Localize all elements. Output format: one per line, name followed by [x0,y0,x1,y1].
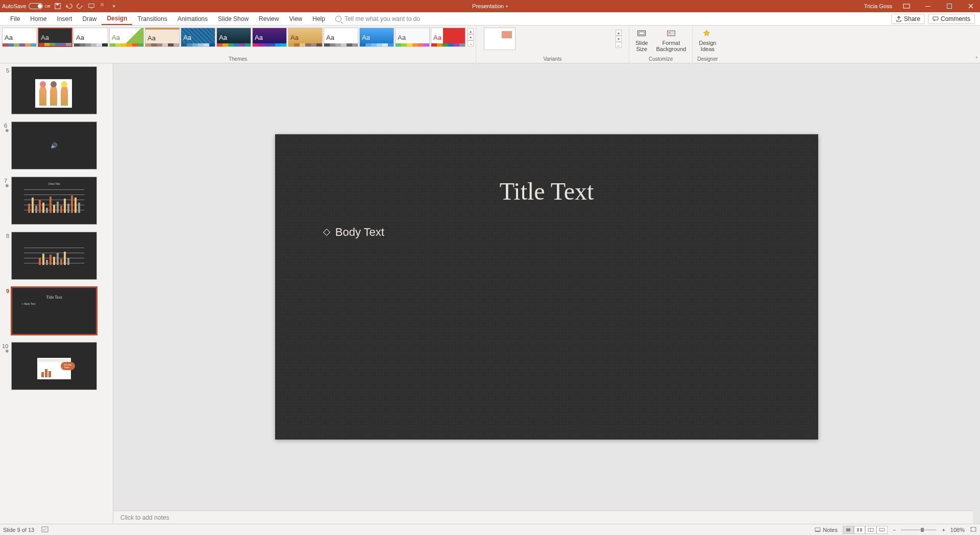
audio-icon: 🔊 [51,142,58,149]
gallery-down-icon[interactable]: ▾ [616,36,622,42]
undo-icon[interactable] [65,3,72,10]
slide-thumbnail-9[interactable]: Title Text ◇ Body Text [11,287,97,335]
theme-tile-4[interactable]: Aa [109,28,144,47]
maximize-button[interactable] [942,0,957,12]
autosave-label: AutoSave [2,3,27,9]
notes-pane[interactable]: Click to add notes [113,510,980,524]
autosave-toggle[interactable]: AutoSave Off [2,3,50,9]
slide-thumbnail-5[interactable] [11,66,97,114]
gallery-down-icon[interactable]: ▾ [468,34,474,40]
document-title[interactable]: Presentation [472,3,504,9]
theme-tile-1[interactable]: Aa [2,28,37,47]
tell-me-search[interactable]: Tell me what you want to do [335,15,420,22]
autosave-state: Off [45,4,51,9]
zoom-slider[interactable] [901,529,937,530]
theme-aa: Aa [219,34,227,41]
vertical-scrollbar[interactable] [973,63,980,524]
slide-thumbnail-panel[interactable]: 5 6 ✱ 🔊 7 ✱ [0,63,113,524]
tab-insert[interactable]: Insert [52,12,77,25]
tab-review[interactable]: Review [254,12,284,25]
slide-size-label: Slide Size [635,40,648,52]
start-from-beginning-icon[interactable] [88,3,95,10]
theme-tile-8[interactable]: Aa [252,28,287,47]
theme-tile-9[interactable]: Aa [288,28,323,47]
svg-rect-21 [870,528,871,531]
slide-title-placeholder[interactable]: Title Text [275,177,818,205]
user-name[interactable]: Tricia Goss [864,3,892,9]
theme-tile-7[interactable]: Aa [216,28,251,47]
spellcheck-icon[interactable] [41,526,48,533]
tab-view[interactable]: View [284,12,307,25]
slide-canvas[interactable]: Title Text Body Text [275,134,818,440]
qat-more-icon[interactable]: ▾ [110,3,117,10]
theme-tile-5[interactable]: Aa [145,28,180,47]
tab-help[interactable]: Help [307,12,330,25]
format-background-button[interactable]: Format Background [652,28,690,53]
comments-button[interactable]: Comments [928,14,975,24]
zoom-in-button[interactable]: + [942,527,945,533]
zoom-level[interactable]: 108% [950,527,965,533]
theme-aa: Aa [362,34,370,41]
theme-aa: Aa [112,34,120,41]
svg-rect-10 [667,31,675,36]
svg-rect-2 [89,4,94,8]
slide-sorter-view-button[interactable] [854,526,865,534]
slide-position[interactable]: Slide 9 of 13 [3,527,34,533]
slide-thumbnail-6[interactable]: 🔊 [11,121,97,169]
design-ideas-button[interactable]: Design Ideas [695,28,720,53]
themes-gallery-scroll[interactable]: ▴ ▾ ⌄ [468,28,474,46]
customize-group-label: Customize [649,56,673,63]
close-button[interactable] [964,0,978,12]
gallery-more-icon[interactable]: ⌄ [468,40,474,46]
gallery-more-icon[interactable]: ⌄ [616,42,622,48]
ribbon-display-options-icon[interactable] [899,0,914,12]
search-icon [335,16,341,22]
theme-tile-6[interactable]: Aa [181,28,215,47]
variant-tile-1[interactable] [484,28,516,50]
tab-home[interactable]: Home [25,12,52,25]
tab-slideshow[interactable]: Slide Show [213,12,254,25]
tab-design[interactable]: Design [102,12,132,25]
theme-tile-3[interactable]: Aa [74,28,108,47]
save-icon[interactable] [54,3,61,10]
tab-animations[interactable]: Animations [173,12,213,25]
collapse-ribbon-icon[interactable]: ˄ [975,56,978,62]
thumb-number: 5 [2,66,11,74]
svg-rect-17 [860,528,862,530]
gallery-up-icon[interactable]: ▴ [616,30,622,36]
slide-thumbnail-8[interactable] [11,232,97,280]
slide-size-button[interactable]: Slide Size [631,28,652,53]
reading-view-button[interactable] [865,526,876,534]
share-label: Share [904,15,920,22]
format-background-icon [666,29,676,39]
touch-mode-icon[interactable] [99,3,106,10]
theme-tile-10[interactable]: Aa [324,28,358,47]
slide-body-placeholder[interactable]: Body Text [324,226,384,239]
theme-tile-12[interactable]: Aa [395,28,430,47]
slide-thumbnail-10[interactable]: MonthlySales [11,342,97,390]
redo-icon[interactable] [77,3,84,10]
share-button[interactable]: Share [891,14,925,24]
normal-view-button[interactable] [843,526,854,534]
tab-transitions[interactable]: Transitions [132,12,172,25]
theme-aa: Aa [5,34,13,41]
theme-aa: Aa [398,34,406,41]
notes-toggle-button[interactable]: Notes [815,527,838,533]
svg-rect-13 [815,528,820,531]
notes-toggle-label: Notes [823,527,838,533]
gallery-up-icon[interactable]: ▴ [468,28,474,34]
minimize-button[interactable] [921,0,935,12]
variants-gallery-scroll[interactable]: ▴ ▾ ⌄ [616,30,622,48]
svg-rect-7 [933,17,938,20]
title-dropdown-icon[interactable]: ▾ [506,4,508,9]
slideshow-view-button[interactable] [876,526,888,534]
tab-file[interactable]: File [5,12,25,25]
slide-thumbnail-7[interactable]: Chart Title [11,177,97,225]
theme-tile-11[interactable]: Aa [359,28,394,47]
thumb-number: 9 [2,287,11,294]
tab-draw[interactable]: Draw [77,12,102,25]
theme-tile-13[interactable]: Aa [431,28,465,47]
theme-tile-2[interactable]: Aa [38,28,72,47]
fit-to-window-button[interactable] [970,526,977,533]
zoom-out-button[interactable]: − [893,527,896,533]
